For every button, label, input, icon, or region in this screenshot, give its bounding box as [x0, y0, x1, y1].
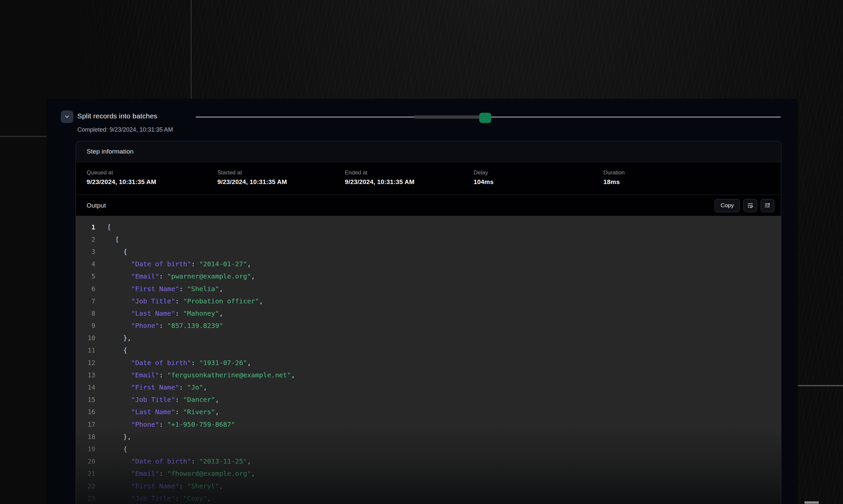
meta-field-delay: Delay 104ms: [474, 169, 603, 195]
line-number: 7: [76, 298, 95, 305]
meta-field-ended-at: Ended at 9/23/2024, 10:31:35 AM: [345, 169, 474, 195]
code-content: "Phone": "857.139.8239": [95, 322, 223, 329]
code-content: "Email": "fhoward@example.org",: [95, 469, 255, 478]
code-content: },: [95, 433, 131, 441]
code-content: "Date of birth": "2013-11-25",: [95, 457, 251, 465]
code-content: "Email": "fergusonkatherine@example.net"…: [95, 371, 295, 379]
code-content: "Phone": "+1-950-759-8687": [95, 420, 235, 428]
code-content: {: [95, 248, 127, 256]
code-line: 2 [: [76, 233, 781, 245]
line-number: 19: [76, 445, 95, 453]
timeline-scrubber-handle[interactable]: [479, 113, 491, 123]
workflow-edge-line-left: [0, 136, 47, 137]
step-metadata-row: Queued at 9/23/2024, 10:31:35 AM Started…: [76, 162, 781, 195]
code-line: 8 "Last Name": "Mahoney",: [76, 307, 781, 319]
output-header: Output Copy: [76, 195, 781, 216]
code-content: [: [95, 235, 119, 244]
line-number: 20: [76, 457, 95, 465]
code-content: "Last Name": "Rivers",: [95, 408, 219, 416]
code-line: 17 "Phone": "+1-950-759-8687": [76, 418, 781, 430]
output-title: Output: [87, 202, 106, 209]
scroll-to-top-button[interactable]: [761, 199, 774, 212]
code-line: 11 {: [76, 344, 781, 357]
step-status: Completed: 9/23/2024, 10:31:35 AM: [77, 126, 173, 133]
code-line: 16 "Last Name": "Rivers",: [76, 406, 781, 418]
code-content: },: [95, 334, 131, 342]
meta-field-started-at: Started at 9/23/2024, 10:31:35 AM: [218, 169, 345, 195]
line-number: 22: [76, 483, 95, 490]
code-line: 1[: [76, 221, 781, 233]
code-content: "Email": "pwarner@example.org",: [95, 272, 255, 280]
code-content: {: [95, 346, 127, 354]
code-content: "First Name": "Sheryl",: [95, 482, 223, 490]
code-line: 22 "First Name": "Sheryl",: [76, 480, 781, 492]
line-number: 15: [76, 396, 95, 403]
line-number: 2: [76, 236, 95, 243]
step-information-title: Step information: [87, 148, 134, 155]
code-line: 19 {: [76, 443, 781, 455]
meta-field-queued-at: Queued at 9/23/2024, 10:31:35 AM: [87, 169, 218, 195]
code-line: 20 "Date of birth": "2013-11-25",: [76, 455, 781, 468]
copy-output-button[interactable]: Copy: [715, 199, 740, 212]
code-lines: 1[2 [3 {4 "Date of birth": "2014-01-27",…: [76, 221, 781, 504]
line-number: 13: [76, 371, 95, 379]
line-number: 14: [76, 384, 95, 391]
step-information-card: Step information Queued at 9/23/2024, 10…: [76, 141, 781, 504]
code-line: 10 },: [76, 332, 781, 344]
meta-field-duration: Duration 18ms: [603, 169, 781, 195]
code-content: "Job Title": "Dancer",: [95, 396, 219, 403]
line-number: 11: [76, 346, 95, 354]
step-title: Split records into batches: [77, 112, 157, 120]
line-number: 5: [76, 273, 95, 280]
code-line: 3 {: [76, 245, 781, 258]
output-code-viewer[interactable]: 1[2 [3 {4 "Date of birth": "2014-01-27",…: [76, 216, 781, 504]
code-line: 9 "Phone": "857.139.8239": [76, 320, 781, 332]
code-line: 6 "First Name": "Shelia",: [76, 283, 781, 295]
meta-label: Ended at: [345, 169, 474, 176]
meta-value: 18ms: [603, 178, 781, 186]
code-content: "Date of birth": "2014-01-27",: [95, 260, 251, 268]
run-timeline-scrubber[interactable]: [196, 111, 780, 125]
line-number: 10: [76, 334, 95, 342]
meta-value: 9/23/2024, 10:31:35 AM: [87, 178, 218, 186]
meta-label: Duration: [603, 169, 781, 176]
line-number: 4: [76, 260, 95, 268]
collapse-step-button[interactable]: [61, 110, 73, 123]
code-line: 15 "Job Title": "Dancer",: [76, 394, 781, 406]
workflow-edge-line-right: [798, 385, 843, 386]
code-line: 14 "First Name": "Jo",: [76, 381, 781, 393]
code-line: 23 "Job Title": "Copy",: [76, 492, 781, 504]
code-content: "Job Title": "Copy",: [95, 494, 211, 502]
code-line: 18 },: [76, 430, 781, 443]
line-number: 3: [76, 248, 95, 255]
code-content: "Date of birth": "1931-07-26",: [95, 359, 251, 367]
code-line: 13 "Email": "fergusonkatherine@example.n…: [76, 369, 781, 381]
timeline-selected-window[interactable]: [414, 115, 479, 119]
code-content: "First Name": "Jo",: [95, 383, 207, 391]
line-number: 6: [76, 285, 95, 292]
meta-value: 9/23/2024, 10:31:35 AM: [218, 178, 345, 186]
chevron-down-icon: [64, 114, 70, 120]
meta-label: Delay: [474, 169, 603, 176]
meta-label: Queued at: [87, 169, 218, 176]
code-line: 7 "Job Title": "Probation officer",: [76, 295, 781, 307]
code-content: "Last Name": "Mahoney",: [95, 309, 223, 317]
output-actions: Copy: [715, 199, 774, 212]
workflow-edge-line-vertical: [191, 0, 191, 100]
line-number: 18: [76, 433, 95, 440]
meta-value: 104ms: [474, 178, 603, 186]
line-number: 16: [76, 408, 95, 415]
horizontal-scrollbar-thumb[interactable]: [805, 501, 819, 504]
code-content: "First Name": "Shelia",: [95, 285, 223, 293]
code-content: "Job Title": "Probation officer",: [95, 297, 263, 305]
step-information-header: Step information: [76, 141, 781, 162]
line-number: 9: [76, 322, 95, 329]
wrap-text-button[interactable]: [743, 199, 757, 212]
line-number: 21: [76, 470, 95, 477]
line-number: 12: [76, 359, 95, 366]
code-line: 21 "Email": "fhoward@example.org",: [76, 468, 781, 480]
line-number: 17: [76, 421, 95, 428]
wrap-text-icon: [747, 202, 754, 209]
scroll-to-top-icon: [764, 202, 771, 209]
line-number: 23: [76, 495, 95, 502]
